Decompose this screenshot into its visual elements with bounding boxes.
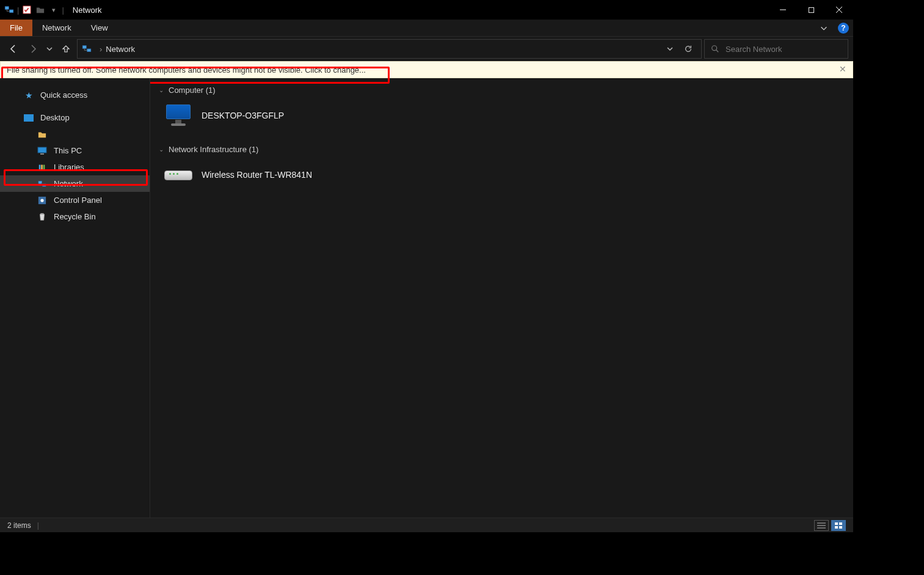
group-header-label: Computer (1) bbox=[169, 86, 216, 95]
sidebar-item-control-panel[interactable]: Control Panel bbox=[0, 192, 150, 208]
svg-rect-9 bbox=[40, 153, 44, 155]
svg-rect-10 bbox=[39, 164, 41, 170]
star-icon: ★ bbox=[23, 90, 34, 101]
item-router[interactable]: Wireless Router TL-WR841N bbox=[150, 158, 853, 200]
status-bar: 2 items | bbox=[0, 518, 853, 532]
breadcrumb-chevron-icon[interactable]: › bbox=[96, 45, 106, 54]
network-icon bbox=[4, 4, 15, 15]
sidebar-item-user[interactable] bbox=[0, 126, 150, 142]
libraries-icon bbox=[37, 162, 48, 173]
ribbon: File Network View ? bbox=[0, 20, 853, 37]
recycle-bin-icon bbox=[37, 211, 48, 222]
group-header-label: Network Infrastructure (1) bbox=[169, 145, 258, 154]
svg-point-6 bbox=[712, 46, 717, 51]
recent-locations-button[interactable] bbox=[44, 40, 55, 57]
svg-rect-12 bbox=[43, 164, 45, 170]
content-pane[interactable]: ⌄ Computer (1) DESKTOP-O3FGFLP ⌄ Network… bbox=[150, 78, 853, 518]
body: ★ Quick access Desktop This PC bbox=[0, 78, 853, 518]
info-bar-text: File sharing is turned off. Some network… bbox=[7, 65, 366, 75]
svg-rect-7 bbox=[24, 114, 34, 122]
svg-rect-0 bbox=[5, 7, 9, 10]
search-input[interactable] bbox=[726, 45, 842, 54]
refresh-button[interactable] bbox=[679, 40, 697, 58]
address-network-icon bbox=[81, 43, 92, 54]
qat-customize-icon[interactable]: ▾ bbox=[48, 4, 59, 15]
item-computer[interactable]: DESKTOP-O3FGFLP bbox=[150, 98, 853, 141]
router-icon bbox=[164, 160, 193, 189]
status-item-count: 2 items bbox=[7, 521, 31, 530]
this-pc-icon bbox=[37, 145, 48, 156]
group-header-computer[interactable]: ⌄ Computer (1) bbox=[150, 82, 853, 98]
sidebar-item-network[interactable]: Network bbox=[0, 175, 150, 192]
sidebar-label: Network bbox=[54, 179, 83, 188]
tab-network[interactable]: Network bbox=[32, 20, 81, 36]
view-details-button[interactable] bbox=[814, 520, 829, 531]
back-button[interactable] bbox=[5, 40, 22, 57]
qat-new-folder-icon[interactable] bbox=[35, 4, 46, 15]
svg-rect-17 bbox=[40, 213, 43, 214]
item-label: Wireless Router TL-WR841N bbox=[202, 170, 312, 180]
svg-rect-11 bbox=[41, 164, 43, 170]
computer-icon bbox=[164, 101, 193, 130]
tab-view[interactable]: View bbox=[81, 20, 118, 36]
svg-rect-21 bbox=[839, 526, 842, 529]
help-button[interactable]: ? bbox=[834, 20, 853, 36]
navigation-pane: ★ Quick access Desktop This PC bbox=[0, 78, 150, 518]
chevron-down-icon[interactable]: ⌄ bbox=[159, 87, 164, 93]
svg-rect-13 bbox=[38, 181, 42, 183]
desktop-icon bbox=[23, 112, 34, 123]
svg-rect-19 bbox=[839, 522, 842, 525]
search-icon bbox=[711, 45, 719, 53]
sidebar-item-desktop[interactable]: Desktop bbox=[0, 109, 150, 126]
sidebar-label: Libraries bbox=[54, 163, 84, 172]
sidebar-label: Quick access bbox=[40, 90, 87, 100]
search-box[interactable] bbox=[704, 39, 848, 59]
svg-point-16 bbox=[40, 199, 43, 202]
group-header-network-infrastructure[interactable]: ⌄ Network Infrastructure (1) bbox=[150, 141, 853, 158]
svg-rect-18 bbox=[835, 522, 838, 525]
up-button[interactable] bbox=[57, 40, 75, 57]
sidebar-item-this-pc[interactable]: This PC bbox=[0, 142, 150, 159]
forward-button[interactable] bbox=[24, 40, 42, 57]
breadcrumb-network[interactable]: Network bbox=[106, 45, 135, 54]
info-bar[interactable]: File sharing is turned off. Some network… bbox=[0, 61, 853, 78]
item-label: DESKTOP-O3FGFLP bbox=[202, 111, 284, 120]
view-large-icons-button[interactable] bbox=[831, 520, 846, 531]
help-icon: ? bbox=[838, 23, 849, 34]
svg-rect-3 bbox=[809, 7, 813, 12]
sidebar-label: Desktop bbox=[40, 113, 70, 122]
svg-rect-20 bbox=[835, 526, 838, 529]
file-explorer-window: | ▾ | Network File Network View bbox=[0, 0, 853, 532]
chevron-down-icon[interactable]: ⌄ bbox=[159, 146, 164, 153]
tab-file[interactable]: File bbox=[0, 20, 32, 36]
sidebar-label: Recycle Bin bbox=[54, 212, 96, 221]
svg-rect-4 bbox=[82, 46, 86, 49]
ribbon-expand-icon[interactable] bbox=[814, 20, 834, 36]
sidebar-label: This PC bbox=[54, 146, 82, 155]
network-icon bbox=[37, 178, 48, 189]
title-bar: | ▾ | Network bbox=[0, 0, 853, 20]
svg-rect-5 bbox=[87, 49, 91, 52]
control-panel-icon bbox=[37, 195, 48, 206]
address-bar[interactable]: › Network bbox=[77, 39, 702, 59]
maximize-button[interactable] bbox=[797, 0, 825, 20]
navigation-bar: › Network bbox=[0, 37, 853, 61]
info-bar-close-icon[interactable]: ✕ bbox=[839, 64, 846, 74]
sidebar-item-recycle-bin[interactable]: Recycle Bin bbox=[0, 208, 150, 225]
window-title: Network bbox=[68, 5, 102, 15]
minimize-button[interactable] bbox=[769, 0, 797, 20]
qat-properties-icon[interactable] bbox=[21, 4, 32, 15]
svg-rect-8 bbox=[38, 147, 46, 153]
sidebar-item-libraries[interactable]: Libraries bbox=[0, 159, 150, 175]
sidebar-item-quick-access[interactable]: ★ Quick access bbox=[0, 87, 150, 103]
close-button[interactable] bbox=[825, 0, 853, 20]
sidebar-label: Control Panel bbox=[54, 196, 102, 205]
address-history-button[interactable] bbox=[661, 40, 679, 58]
svg-rect-1 bbox=[10, 10, 13, 13]
user-folder-icon bbox=[37, 129, 48, 140]
svg-rect-14 bbox=[43, 184, 46, 186]
